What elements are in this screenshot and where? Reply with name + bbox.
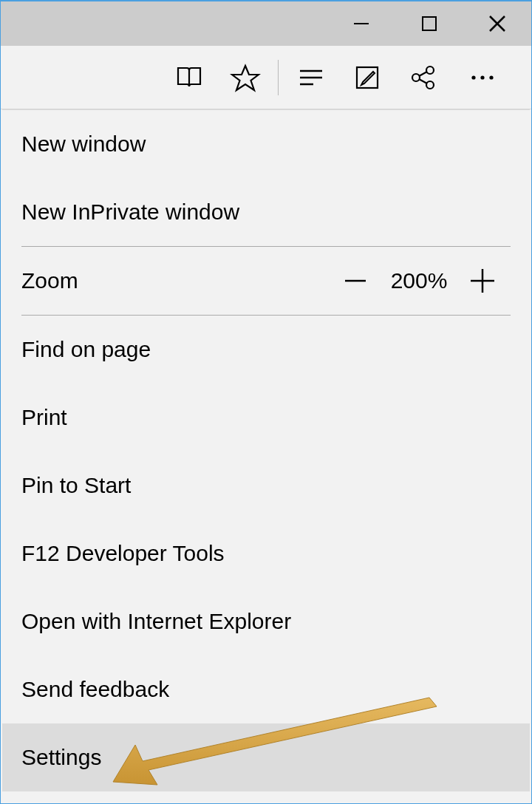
svg-rect-1 — [423, 17, 436, 30]
maximize-icon — [421, 16, 437, 32]
zoom-out-button[interactable] — [327, 247, 383, 315]
minus-icon — [342, 268, 369, 294]
edit-icon — [352, 63, 382, 92]
svg-point-10 — [426, 81, 434, 89]
maximize-button[interactable] — [395, 1, 463, 46]
reading-view-button[interactable] — [161, 46, 217, 109]
menu-item-open-ie[interactable]: Open with Internet Explorer — [2, 587, 530, 655]
svg-line-11 — [419, 72, 427, 76]
menu-item-zoom: Zoom 200% — [2, 247, 530, 315]
share-button[interactable] — [395, 46, 451, 109]
menu-item-label: Print — [21, 405, 67, 430]
menu-item-label: Send feedback — [21, 677, 169, 702]
menu-item-label: Pin to Start — [21, 473, 131, 498]
favorites-button[interactable] — [217, 46, 273, 109]
menu-item-label: Find on page — [21, 337, 151, 362]
toolbar-divider — [278, 60, 279, 95]
svg-point-13 — [471, 75, 475, 79]
zoom-label: Zoom — [21, 268, 327, 293]
minimize-icon — [352, 15, 370, 33]
window-titlebar — [1, 1, 531, 46]
star-icon — [230, 62, 261, 93]
menu-item-label: F12 Developer Tools — [21, 541, 225, 566]
menu-item-label: New window — [21, 132, 146, 157]
close-icon — [488, 14, 507, 33]
share-icon — [408, 62, 439, 93]
svg-point-14 — [480, 75, 484, 79]
menu-item-new-inprivate[interactable]: New InPrivate window — [2, 178, 530, 246]
menu-item-label: Settings — [21, 745, 101, 770]
menu-item-feedback[interactable]: Send feedback — [2, 655, 530, 723]
menu-item-pin[interactable]: Pin to Start — [2, 452, 530, 519]
minimize-button[interactable] — [327, 1, 395, 46]
menu-item-settings[interactable]: Settings — [2, 723, 530, 791]
zoom-in-button[interactable] — [454, 247, 511, 315]
menu-item-print[interactable]: Print — [2, 384, 530, 452]
svg-line-12 — [419, 79, 427, 84]
plus-icon — [468, 266, 497, 296]
web-note-button[interactable] — [339, 46, 395, 109]
more-menu: New window New InPrivate window Zoom 200… — [2, 109, 530, 802]
menu-item-label: New InPrivate window — [21, 200, 239, 225]
menu-item-new-window[interactable]: New window — [2, 110, 530, 178]
zoom-value: 200% — [383, 268, 454, 293]
lines-icon — [296, 62, 327, 93]
svg-point-15 — [489, 75, 493, 79]
svg-point-9 — [426, 67, 434, 74]
menu-item-label: Open with Internet Explorer — [21, 609, 291, 634]
svg-point-8 — [412, 74, 420, 81]
menu-item-devtools[interactable]: F12 Developer Tools — [2, 519, 530, 587]
more-button[interactable] — [451, 46, 514, 109]
book-icon — [174, 62, 205, 93]
hub-button[interactable] — [283, 46, 339, 109]
browser-toolbar — [1, 46, 531, 109]
close-button[interactable] — [463, 1, 531, 46]
menu-item-find[interactable]: Find on page — [2, 316, 530, 384]
more-icon — [466, 61, 499, 94]
